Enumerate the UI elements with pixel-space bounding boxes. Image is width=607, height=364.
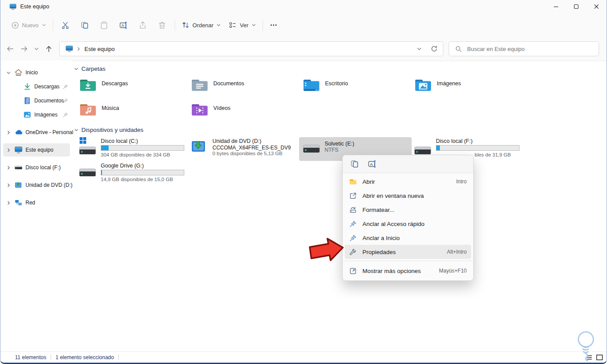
pin-icon (62, 84, 68, 90)
share-button[interactable] (133, 17, 153, 33)
collapse-chevron-icon[interactable] (74, 66, 79, 71)
folder-tile-escritorio[interactable]: Escritorio (299, 76, 409, 97)
chevron-right-icon (76, 47, 81, 51)
up-button[interactable] (42, 42, 56, 56)
sidebar-item-descargas[interactable]: Descargas (3, 80, 70, 93)
capacity-bar (101, 145, 184, 151)
sidebar-item-red[interactable]: Red (3, 196, 70, 209)
menu-item-anclar-acceso-rapido[interactable]: Anclar al Acceso rápido (345, 217, 471, 231)
collapse-chevron-icon[interactable] (74, 127, 79, 132)
sidebar-item-imagenes[interactable]: Imágenes (3, 108, 70, 121)
sidebar-item-label: Inicio (26, 69, 38, 76)
group-title: Carpetas (81, 66, 106, 72)
sidebar-item-este-equipo[interactable]: Este equipo (3, 143, 70, 157)
chevron-down-icon (34, 46, 39, 51)
open-new-window-icon (349, 192, 357, 200)
toolbar-separator (53, 19, 53, 31)
sidebar-item-documentos[interactable]: Documentos (3, 94, 70, 107)
menu-item-formatear[interactable]: Formatear... (345, 203, 471, 217)
sidebar-item-label: Disco local (F:) (26, 164, 61, 171)
sidebar-item-dvd[interactable]: Unidad de DVD (D:) (3, 178, 70, 192)
expand-chevron-icon[interactable] (6, 183, 11, 188)
address-bar[interactable]: Este equipo (59, 41, 443, 56)
home-icon (15, 69, 22, 76)
paste-button[interactable] (95, 17, 114, 33)
maximize-button[interactable] (566, 0, 586, 13)
group-header-dispositivos[interactable]: Dispositivos y unidades (74, 127, 143, 133)
windows-logo-icon (80, 137, 86, 144)
close-icon (594, 4, 599, 9)
folder-descargas-icon (80, 78, 96, 92)
folder-name: Imágenes (437, 80, 461, 87)
sidebar-item-disco-f[interactable]: Disco local (F:) (3, 161, 70, 174)
recent-locations-button[interactable] (31, 42, 42, 56)
view-label: Ver (240, 22, 249, 29)
folder-name: Descargas (102, 80, 128, 87)
folder-open-icon (349, 178, 357, 186)
drive-tile-g[interactable]: Google Drive (G:) 14,9 GB disponibles de… (75, 161, 185, 185)
drive-info-visible-fragment: bles de 31,9 GB (475, 152, 511, 157)
folder-escritorio-icon (303, 78, 320, 92)
menu-item-anclar-inicio[interactable]: Anclar a Inicio (345, 231, 471, 245)
toolbar-separator (175, 19, 175, 31)
minimize-icon (553, 4, 559, 9)
expand-chevron-icon[interactable] (6, 200, 11, 205)
back-icon (6, 45, 14, 53)
drive-name: Disco local (C:) (101, 138, 138, 144)
details-view-icon[interactable] (586, 354, 593, 360)
navigation-pane: Inicio Descargas Documentos Imágenes One… (0, 61, 72, 351)
folder-tile-imagenes[interactable]: Imágenes (410, 76, 520, 97)
minimize-button[interactable] (546, 0, 566, 13)
folder-documentos-icon (191, 78, 208, 92)
explorer-window: Este equipo Nuevo A (0, 0, 607, 364)
collapse-chevron-icon[interactable] (6, 70, 11, 75)
title-bar: Este equipo (0, 0, 607, 13)
search-box[interactable] (449, 41, 599, 56)
hdd-icon (414, 145, 431, 156)
folder-tile-descargas[interactable]: Descargas (75, 76, 185, 97)
view-button[interactable]: Ver (225, 17, 260, 33)
selected-count: 1 elemento seleccionado (55, 354, 114, 360)
menu-item-mostrar-mas-opciones[interactable]: Mostrar más opciones Mayús+F10 (345, 263, 471, 279)
drive-tile-c[interactable]: Disco local (C:) 304 GB disponibles de 3… (75, 136, 185, 160)
forward-button[interactable] (17, 42, 31, 56)
menu-item-abrir-ventana-nueva[interactable]: Abrir en ventana nueva (345, 189, 471, 203)
hdd-icon (15, 164, 22, 171)
delete-button[interactable] (153, 17, 172, 33)
folder-tile-videos[interactable]: Vídeos (187, 101, 297, 121)
pin-icon (349, 234, 357, 242)
download-icon (23, 83, 31, 91)
context-menu: A Abrir Intro Abrir en ventana nueva For… (342, 155, 474, 281)
expand-chevron-icon[interactable] (6, 130, 11, 135)
sidebar-item-inicio[interactable]: Inicio (3, 66, 70, 79)
expand-chevron-icon[interactable] (6, 165, 11, 170)
format-icon (349, 206, 357, 214)
more-options-button[interactable] (266, 17, 282, 33)
menu-item-abrir[interactable]: Abrir Intro (345, 175, 471, 189)
drive-volume-label: CCCOMA_X64FRE_ES-ES_DV9 (212, 145, 291, 151)
copy-button[interactable] (75, 17, 95, 33)
plus-icon (11, 22, 19, 29)
refresh-icon[interactable] (431, 45, 438, 52)
thumbnail-view-icon[interactable] (596, 354, 603, 360)
menu-item-propiedades[interactable]: Propiedades Alt+Intro (345, 245, 471, 259)
status-divider (118, 354, 119, 360)
quick-rename-button[interactable]: A (366, 157, 379, 171)
new-button[interactable]: Nuevo (7, 17, 50, 33)
close-button[interactable] (586, 0, 607, 13)
items-count: 11 elementos (15, 354, 46, 360)
sort-button[interactable]: Ordenar (178, 17, 225, 33)
expand-chevron-icon[interactable] (6, 148, 11, 153)
group-header-carpetas[interactable]: Carpetas (74, 66, 106, 72)
breadcrumb[interactable]: Este equipo (84, 46, 115, 52)
back-button[interactable] (3, 42, 17, 56)
rename-button[interactable]: A (114, 17, 133, 33)
folder-tile-musica[interactable]: Música (75, 101, 185, 121)
cut-button[interactable] (56, 17, 75, 33)
sidebar-item-onedrive[interactable]: OneDrive - Personal (3, 126, 70, 139)
search-input[interactable] (466, 45, 591, 53)
folder-tile-documentos[interactable]: Documentos (187, 76, 297, 97)
address-dropdown-icon[interactable] (417, 46, 422, 51)
drive-tile-d[interactable]: Unidad de DVD (D:) CCCOMA_X64FRE_ES-ES_D… (187, 136, 297, 160)
quick-copy-button[interactable] (348, 157, 361, 171)
